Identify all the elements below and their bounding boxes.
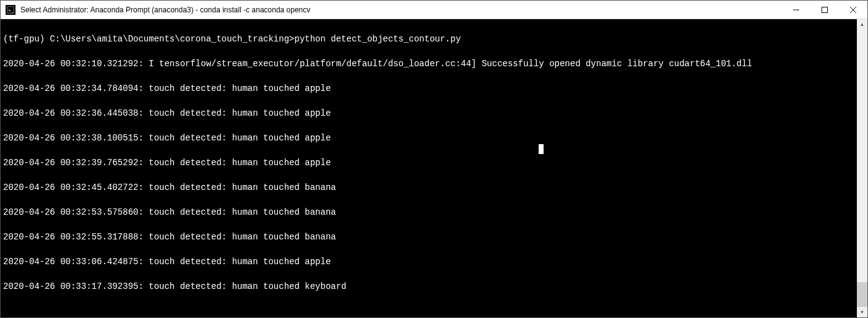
terminal-content[interactable]: (tf-gpu) C:\Users\amita\Documents\corona… xyxy=(1,19,857,317)
output-line: 2020-04-26 00:32:36.445038: touch detect… xyxy=(3,107,854,119)
output-line: 2020-04-26 00:32:55.317888: touch detect… xyxy=(3,231,854,243)
output-line: 2020-04-26 00:32:39.765292: touch detect… xyxy=(3,157,854,169)
scrollbar-thumb[interactable] xyxy=(857,282,867,307)
output-line: 2020-04-26 00:32:53.575860: touch detect… xyxy=(3,206,854,218)
output-line: 2020-04-26 00:32:38.100515: touch detect… xyxy=(3,132,854,144)
window-title: Select Administrator: Anaconda Prompt (a… xyxy=(20,6,782,14)
window-titlebar[interactable]: >_ Select Administrator: Anaconda Prompt… xyxy=(1,1,867,19)
output-line: 2020-04-26 00:33:06.424875: touch detect… xyxy=(3,256,854,268)
window-controls xyxy=(782,1,867,19)
svg-text:>_: >_ xyxy=(9,7,14,12)
output-line: 2020-04-26 00:32:10.321292: I tensorflow… xyxy=(3,58,854,70)
scrollbar-track[interactable] xyxy=(857,30,867,307)
scrollbar-up-arrow[interactable]: ▲ xyxy=(857,19,867,30)
prompt-line: (tf-gpu) C:\Users\amita\Documents\corona… xyxy=(3,33,854,45)
app-icon: >_ xyxy=(6,5,15,15)
blank-line xyxy=(3,305,854,317)
output-line: 2020-04-26 00:32:34.784094: touch detect… xyxy=(3,82,854,95)
scrollbar-down-arrow[interactable]: ▼ xyxy=(857,307,867,317)
svg-rect-3 xyxy=(822,7,828,12)
vertical-scrollbar[interactable]: ▲ ▼ xyxy=(857,19,867,317)
output-line: 2020-04-26 00:32:45.402722: touch detect… xyxy=(3,181,854,194)
minimize-button[interactable] xyxy=(782,1,810,19)
maximize-button[interactable] xyxy=(810,1,839,19)
text-cursor xyxy=(539,144,544,154)
terminal-window: >_ Select Administrator: Anaconda Prompt… xyxy=(0,0,868,318)
close-button[interactable] xyxy=(839,1,867,19)
terminal-area: (tf-gpu) C:\Users\amita\Documents\corona… xyxy=(1,19,867,317)
output-line: 2020-04-26 00:33:17.392395: touch detect… xyxy=(3,280,854,293)
